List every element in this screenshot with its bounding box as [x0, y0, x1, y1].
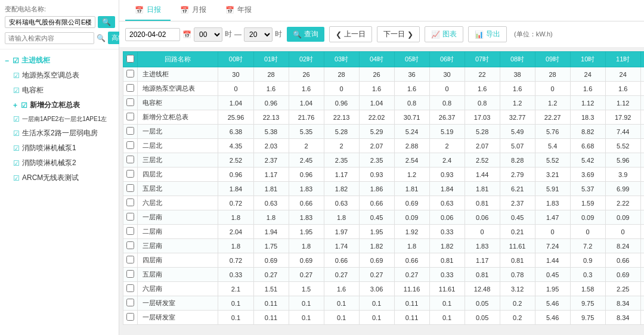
- row-checkbox-cell: [123, 296, 138, 311]
- tree-item-arcm[interactable]: ☑ ARCM无线表测试: [8, 170, 119, 185]
- tab-monthly[interactable]: 📅 月报: [171, 0, 216, 21]
- table-row: 三层南1.81.751.81.741.821.81.821.8311.617.2…: [123, 239, 645, 253]
- calendar-icon: 📅: [182, 30, 191, 39]
- row-checkbox[interactable]: [126, 284, 134, 292]
- row-checkbox[interactable]: [126, 299, 134, 306]
- row-checkbox[interactable]: [126, 156, 134, 163]
- date-input[interactable]: [125, 28, 180, 41]
- row-value: 17.92: [605, 110, 640, 125]
- tree-label: 一层南1APE2右一层北1APE1左: [22, 115, 107, 123]
- row-value: 1.94: [253, 225, 289, 239]
- row-value: 5.4: [535, 139, 570, 153]
- tree-check-icon: ☑: [13, 159, 20, 168]
- row-value: 0.8: [465, 96, 500, 110]
- row-value: 2: [324, 139, 359, 153]
- row-checkbox[interactable]: [126, 113, 134, 120]
- row-checkbox[interactable]: [126, 213, 134, 221]
- next-day-button[interactable]: 下一日 ❯: [377, 26, 420, 42]
- tree-item-main-bus[interactable]: − ☑ 主进线柜: [0, 53, 119, 68]
- row-value: 24: [570, 67, 605, 82]
- row-value: 0.69: [253, 253, 289, 268]
- tree-item-geo-ac-total[interactable]: ☑ 地源热泵空调总表: [8, 68, 119, 83]
- header-00h: 00时: [218, 52, 253, 67]
- row-value: 2: [289, 139, 324, 153]
- row-checkbox[interactable]: [126, 184, 134, 192]
- row-value: 0.1: [429, 311, 465, 325]
- prev-label: 上一日: [344, 29, 366, 39]
- tab-daily-label: 日报: [147, 5, 161, 15]
- header-08h: 08时: [500, 52, 535, 67]
- row-checkbox[interactable]: [126, 170, 134, 178]
- row-value: 1.83: [289, 210, 324, 225]
- row-checkbox[interactable]: [126, 127, 134, 135]
- tree-item-water-pump[interactable]: ☑ 生活水泵2路一层弱电房: [8, 126, 119, 141]
- station-search-button[interactable]: 🔍: [98, 16, 115, 28]
- row-value: 1.6: [465, 82, 500, 96]
- row-value: 1.82: [359, 239, 394, 253]
- row-value: 4.35: [218, 139, 253, 153]
- tree-item-fire-pump1[interactable]: ☑ 消防喷淋机械泵1: [8, 141, 119, 156]
- tab-yearly-label: 年报: [237, 5, 252, 15]
- row-value: 0.1: [289, 296, 324, 311]
- row-value: 0: [465, 225, 500, 239]
- tree-item-elec-cab[interactable]: ☑ 电容柜: [8, 83, 119, 98]
- tree-item-fire-pump2[interactable]: ☑ 消防喷淋机械泵2: [8, 156, 119, 170]
- row-checkbox[interactable]: [126, 256, 134, 263]
- tree-check-icon: ☑: [13, 115, 20, 123]
- tree-label: 电容柜: [22, 85, 44, 95]
- export-icon: 📊: [475, 30, 484, 39]
- row-value: 0: [640, 82, 644, 96]
- tab-yearly[interactable]: 📅 年报: [216, 0, 261, 21]
- chart-button[interactable]: 📈 图表: [425, 26, 463, 42]
- row-checkbox[interactable]: [126, 198, 134, 206]
- row-checkbox[interactable]: [126, 270, 134, 278]
- row-value: 0.1: [359, 311, 394, 325]
- row-value: 1.47: [535, 210, 570, 225]
- header-name: 回路名称: [138, 52, 218, 67]
- row-value: 6.33: [640, 125, 644, 139]
- select-all-checkbox[interactable]: [126, 55, 134, 63]
- query-button[interactable]: 🔍 查询: [287, 27, 324, 42]
- row-name: 三层南: [138, 239, 218, 253]
- row-checkbox[interactable]: [126, 313, 134, 321]
- row-checkbox[interactable]: [126, 84, 134, 92]
- row-value: 36: [394, 67, 429, 82]
- row-checkbox[interactable]: [126, 241, 134, 249]
- row-value: 1.44: [535, 253, 570, 268]
- row-checkbox[interactable]: [126, 98, 134, 106]
- tree-item-1f-1ape2[interactable]: ☑ 一层南1APE2右一层北1APE1左: [8, 113, 119, 126]
- row-value: 1.59: [570, 196, 605, 210]
- tree-item-new-split[interactable]: + ☑ 新增分立柜总表: [8, 98, 119, 113]
- row-checkbox[interactable]: [126, 141, 134, 149]
- row-checkbox[interactable]: [126, 227, 134, 235]
- hour-start-select[interactable]: 00010203: [194, 27, 222, 42]
- row-value: 11.61: [500, 239, 535, 253]
- row-checkbox-cell: [123, 182, 138, 196]
- row-value: 0.81: [465, 196, 500, 210]
- tab-daily[interactable]: 📅 日报: [125, 0, 171, 21]
- export-button[interactable]: 📊 导出: [468, 26, 507, 42]
- prev-day-button[interactable]: ❮ 上一日: [329, 26, 372, 42]
- row-value: 1.82: [429, 239, 465, 253]
- row-value: 0.78: [500, 268, 535, 282]
- row-value: 1.6: [605, 82, 640, 96]
- row-name: 一层研发室: [138, 311, 218, 325]
- row-value: 9.75: [570, 296, 605, 311]
- search-input[interactable]: [5, 32, 94, 44]
- row-value: 2.52: [218, 153, 253, 168]
- row-name: 地源热泵空调总表: [138, 82, 218, 96]
- toolbar: 📅 00010203 时 — 20192123 时 🔍 查询 ❮ 上一日 下一日…: [119, 21, 644, 48]
- table-row: 一层南1.81.81.831.80.450.090.060.060.451.47…: [123, 210, 645, 225]
- hour-end-select[interactable]: 20192123: [244, 27, 273, 42]
- station-input[interactable]: [5, 16, 95, 28]
- table-row: 五层南0.330.270.270.270.270.270.330.810.780…: [123, 268, 645, 282]
- row-value: 1.53: [640, 196, 644, 210]
- search-row: 🔍 高级选择: [5, 32, 114, 44]
- row-value: 32.77: [500, 110, 535, 125]
- header-06h: 06时: [429, 52, 465, 67]
- row-value: 1.12: [640, 96, 644, 110]
- row-value: 0.66: [605, 253, 640, 268]
- row-value: 5.96: [605, 153, 640, 168]
- row-value: 1.8: [253, 210, 289, 225]
- row-checkbox[interactable]: [126, 70, 134, 77]
